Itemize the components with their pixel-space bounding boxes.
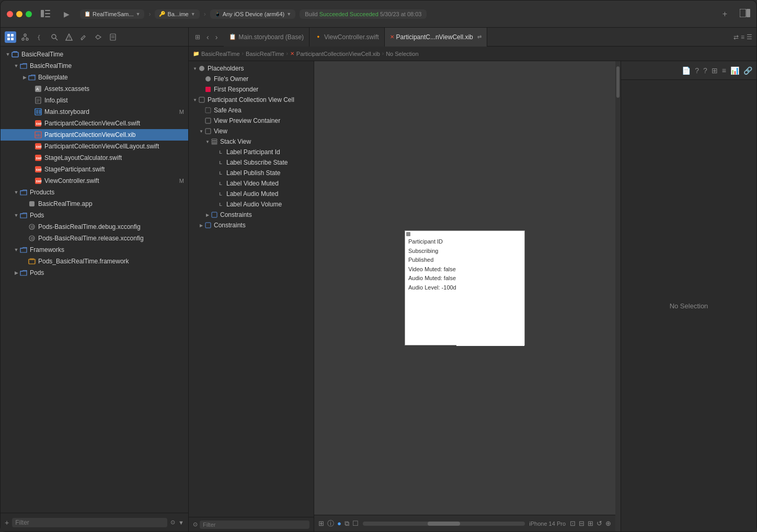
tab-split-button[interactable]: ⇄ xyxy=(733,33,739,41)
tab-grid-button[interactable]: ⊞ xyxy=(193,32,202,42)
breadcrumb-file[interactable]: ✕ ParticipantCollectionViewCell.xib xyxy=(290,51,380,57)
tree-item-pods-debug[interactable]: ⚙ Pods-BasicRealTime.debug.xcconfig xyxy=(1,221,188,233)
sidebar-filter-options[interactable]: ▼ xyxy=(178,519,184,526)
destination-selector[interactable]: 🔑 Ba...ime ▼ xyxy=(155,9,199,19)
tree-item-pods2[interactable]: ▶ Pods xyxy=(1,267,188,279)
tree-item-stageparticipant-swift[interactable]: swift StageParticipant.swift xyxy=(1,164,188,175)
minimize-button[interactable] xyxy=(16,11,22,17)
tree-item-stagelayout-swift[interactable]: swift StageLayoutCalculator.swift xyxy=(1,152,188,164)
canvas-scrollbar[interactable] xyxy=(363,522,525,526)
canvas-add[interactable]: ⊕ xyxy=(605,519,611,527)
navigator-button[interactable] xyxy=(5,31,16,43)
svg-rect-1 xyxy=(45,10,50,11)
tree-item-mainstoryboard[interactable]: Main.storyboard M xyxy=(1,106,188,118)
tab-mainstoryboard[interactable]: 📋 Main.storyboard (Base) xyxy=(224,28,309,47)
tree-item-participantcell-xib[interactable]: xib ParticipantCollectionViewCell.xib xyxy=(1,129,188,141)
panel-toggle-right[interactable] xyxy=(740,9,750,17)
vertical-scrollbar[interactable] xyxy=(615,61,621,531)
tree-item-frameworks[interactable]: ▼ Frameworks xyxy=(1,244,188,256)
search-button[interactable] xyxy=(49,31,60,43)
add-tab-button[interactable]: + xyxy=(718,9,731,19)
xib-item-placeholders[interactable]: ▼ Placeholders xyxy=(189,63,314,74)
main-window: ▶ 📋 RealTimeSam... ▼ › 🔑 Ba...ime ▼ › 📱 … xyxy=(0,0,757,532)
pen-button[interactable] xyxy=(78,31,89,43)
xib-item-label-audiomuted[interactable]: L Label Audio Muted xyxy=(189,189,314,199)
warning-button[interactable]: ! xyxy=(63,31,75,43)
tab-list-button[interactable]: ≡ xyxy=(741,33,744,41)
xib-item-safearea[interactable]: Safe Area xyxy=(189,105,314,115)
tab-forward-button[interactable]: › xyxy=(213,32,220,42)
canvas-zoom-fit[interactable]: ⊡ xyxy=(570,519,576,527)
tree-item-project[interactable]: ▼ BasicRealTime xyxy=(1,49,188,60)
device-selector[interactable]: 📱 Any iOS Device (arm64) ▼ xyxy=(210,9,296,19)
inspector-network-button[interactable]: 🔗 xyxy=(743,66,752,75)
canvas-device-button[interactable]: ☐ xyxy=(352,519,359,527)
xib-item-viewpreview[interactable]: View Preview Container xyxy=(189,115,314,126)
tab-back-button[interactable]: ‹ xyxy=(204,32,211,42)
tree-item-layout-swift[interactable]: swift ParticipantCollectionViewCellLayou… xyxy=(1,141,188,152)
inspector-file-button[interactable]: 📄 xyxy=(682,66,691,75)
maximize-button[interactable] xyxy=(26,11,32,17)
run-button[interactable]: ▶ xyxy=(61,9,72,19)
xib-item-label-participantid[interactable]: L Label Participant Id xyxy=(189,147,314,157)
xib-item-label-publishstate[interactable]: L Label Publish State xyxy=(189,168,314,178)
breakpoint-button[interactable] xyxy=(93,31,104,43)
canvas-rotate[interactable]: ↺ xyxy=(597,519,602,527)
breadcrumb-group[interactable]: BasicRealTime xyxy=(246,51,284,57)
xib-item-stackview[interactable]: ▼ Stack View xyxy=(189,136,314,147)
tab-participantcell-xib[interactable]: ✕ ParticipantC...nViewCell.xib ⇄ xyxy=(385,28,487,47)
canvas-split-button[interactable]: ⧉ xyxy=(345,519,349,528)
xib-item-constraints-outer[interactable]: ▶ Constraints xyxy=(189,220,314,230)
tab-inspector-button[interactable]: ☰ xyxy=(747,33,752,41)
xib-item-firstresponder[interactable]: First Responder xyxy=(189,84,314,95)
breadcrumb-selection[interactable]: No Selection xyxy=(386,51,418,57)
inspector-chart-button[interactable]: 📊 xyxy=(730,66,739,75)
add-file-button[interactable]: + xyxy=(5,518,9,527)
tab-viewcontroller[interactable]: 🔸 ViewController.swift xyxy=(309,28,384,47)
xib-item-view[interactable]: ▼ View xyxy=(189,126,314,136)
xib-item-label-videomuted[interactable]: L Label Video Muted xyxy=(189,178,314,189)
xib-item-filesowner[interactable]: File's Owner xyxy=(189,74,314,84)
canvas-info-button[interactable]: ⓘ xyxy=(327,519,334,528)
tree-item-infoplist[interactable]: Info.plist xyxy=(1,95,188,106)
scheme-selector[interactable]: 📋 RealTimeSam... ▼ xyxy=(80,9,144,19)
tree-item-viewcontroller-swift[interactable]: swift ViewController.swift M xyxy=(1,175,188,187)
tree-item-products[interactable]: ▼ Products xyxy=(1,187,188,198)
xib-item-label-audiovolume[interactable]: L Label Audio Volume xyxy=(189,199,314,210)
sidebar-toggle-button[interactable] xyxy=(40,10,51,18)
tree-item-framework[interactable]: Pods_BasicRealTime.framework xyxy=(1,256,188,267)
report-button[interactable] xyxy=(107,31,119,43)
tree-item-app[interactable]: BasicRealTime.app xyxy=(1,198,188,210)
expand-arrow: ▼ xyxy=(13,213,19,218)
xib-item-cell[interactable]: ▼ Participant Collection View Cell xyxy=(189,95,314,105)
inspector-help2-button[interactable]: ? xyxy=(703,66,707,75)
xib-item-label: First Responder xyxy=(214,86,258,93)
tree-item-pods[interactable]: ▼ Pods xyxy=(1,210,188,221)
sidebar-filter-recent[interactable]: ⊙ xyxy=(170,519,175,526)
breadcrumb-project[interactable]: 📁 BasicRealTime xyxy=(193,51,240,57)
inspector-list-button[interactable]: ≡ xyxy=(722,66,726,75)
tree-item-assets[interactable]: A Assets.xcassets xyxy=(1,83,188,95)
canvas-arrange[interactable]: ⊟ xyxy=(579,519,584,527)
tree-item-participantcell-swift[interactable]: swift ParticipantCollectionViewCell.swif… xyxy=(1,118,188,129)
xib-white-box xyxy=(456,231,524,346)
sidebar-filter-input[interactable] xyxy=(12,518,167,527)
build-succeeded-text: Succeeded xyxy=(350,11,378,17)
source-control-button[interactable] xyxy=(19,31,31,43)
svg-rect-21 xyxy=(110,34,116,40)
xib-filter-input[interactable] xyxy=(200,521,309,529)
symbol-button[interactable]: { } xyxy=(34,31,45,43)
close-button[interactable] xyxy=(7,11,13,17)
canvas-objects-button[interactable]: ⊞ xyxy=(318,519,324,527)
svg-rect-8 xyxy=(11,34,14,37)
tree-item-boilerplate[interactable]: ▶ Boilerplate xyxy=(1,72,188,83)
xib-item-constraints-inner[interactable]: ▶ Constraints xyxy=(189,210,314,220)
tree-item-group-basicrealtime[interactable]: ▼ BasicRealTime xyxy=(1,60,188,72)
inspector-grid-button[interactable]: ⊞ xyxy=(712,66,718,75)
sidebar-tree: ▼ BasicRealTime ▼ BasicRealTime xyxy=(1,47,188,513)
canvas-color-button[interactable]: ● xyxy=(337,519,341,527)
tree-item-pods-release[interactable]: ⚙ Pods-BasicRealTime.release.xcconfig xyxy=(1,233,188,244)
xib-item-label-subscribestate[interactable]: L Label Subscribe State xyxy=(189,157,314,168)
canvas-layout[interactable]: ⊞ xyxy=(588,519,593,527)
inspector-help-button[interactable]: ? xyxy=(695,66,699,75)
